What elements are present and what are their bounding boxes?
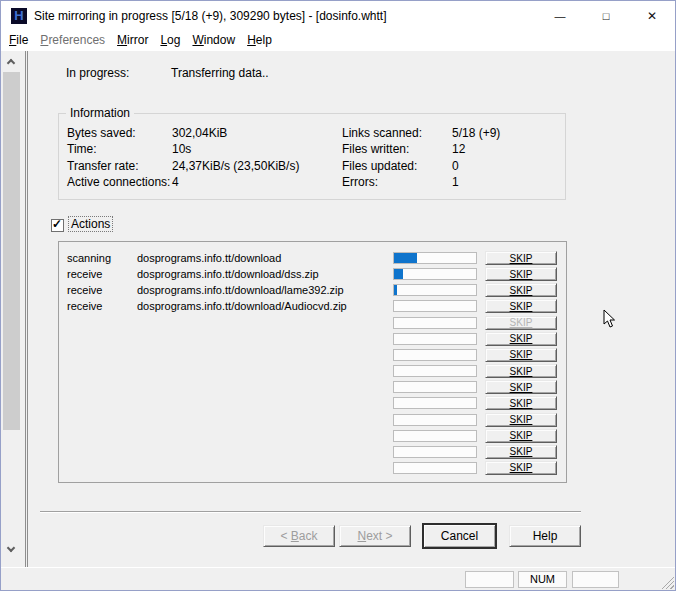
action-progress-bar — [393, 414, 477, 426]
view-border-line — [25, 51, 26, 568]
info-value: 4 — [172, 175, 179, 189]
action-progress-bar — [393, 397, 477, 409]
skip-button[interactable]: SKIP — [485, 299, 557, 313]
action-row: receivedosprograms.info.tt/download/dss.… — [59, 267, 566, 282]
actions-checkbox-label[interactable]: Actions — [69, 217, 112, 231]
action-url: dosprograms.info.tt/download — [137, 252, 281, 264]
action-row: receivedosprograms.info.tt/download/lame… — [59, 283, 566, 298]
info-label: Bytes saved: — [67, 126, 136, 140]
action-progress-bar — [393, 446, 477, 458]
skip-button[interactable]: SKIP — [485, 348, 557, 362]
info-label: Time: — [67, 142, 97, 156]
next-button: Next > — [339, 525, 411, 547]
scrollbar-thumb[interactable] — [3, 72, 20, 430]
skip-button[interactable]: SKIP — [485, 445, 557, 459]
info-value: 1 — [452, 175, 459, 189]
chevron-down-icon — [7, 544, 15, 552]
status-bar: NUM — [1, 567, 675, 590]
action-row: SKIP — [59, 396, 566, 411]
skip-button[interactable]: SKIP — [485, 251, 557, 265]
window-title: Site mirroring in progress [5/18 (+9), 3… — [34, 9, 387, 23]
action-row: SKIP — [59, 429, 566, 444]
menu-file[interactable]: File — [3, 31, 34, 51]
app-window: H Site mirroring in progress [5/18 (+9),… — [0, 0, 676, 591]
back-button: < Back — [263, 525, 335, 547]
menu-log[interactable]: Log — [154, 31, 186, 51]
cancel-button[interactable]: Cancel — [423, 524, 496, 548]
scroll-down-button[interactable] — [3, 542, 20, 559]
information-legend: Information — [66, 106, 134, 120]
info-value: 12 — [452, 142, 465, 156]
action-row: SKIP — [59, 332, 566, 347]
action-row: SKIP — [59, 445, 566, 460]
action-row: scanningdosprograms.info.tt/downloadSKIP — [59, 251, 566, 266]
skip-button[interactable]: SKIP — [485, 461, 557, 475]
action-progress-bar — [393, 381, 477, 393]
action-progress-bar — [393, 300, 477, 312]
close-button[interactable]: ✕ — [629, 1, 675, 31]
minimize-button[interactable]: — — [537, 1, 583, 31]
info-value: 0 — [452, 159, 459, 173]
info-label: Transfer rate: — [67, 159, 139, 173]
info-line: Active connections:4Errors:1 — [59, 175, 565, 191]
vertical-scrollbar[interactable] — [3, 54, 20, 559]
info-value: 5/18 (+9) — [452, 126, 500, 140]
info-label: Files updated: — [342, 159, 417, 173]
skip-button[interactable]: SKIP — [485, 364, 557, 378]
resize-grip-icon[interactable] — [660, 575, 674, 589]
skip-button[interactable]: SKIP — [485, 429, 557, 443]
scroll-up-button[interactable] — [3, 54, 20, 71]
title-bar: H Site mirroring in progress [5/18 (+9),… — [1, 1, 675, 31]
action-status: receive — [67, 300, 102, 312]
action-status: receive — [67, 284, 102, 296]
info-line: Bytes saved:302,04KiBLinks scanned:5/18 … — [59, 126, 565, 142]
action-progress-bar — [393, 430, 477, 442]
status-pane — [465, 571, 514, 588]
action-row: SKIP — [59, 364, 566, 379]
skip-button: SKIP — [485, 316, 557, 330]
in-progress-value: Transferring data.. — [171, 66, 269, 80]
actions-panel: scanningdosprograms.info.tt/downloadSKIP… — [58, 241, 567, 483]
action-url: dosprograms.info.tt/download/dss.zip — [137, 268, 319, 280]
skip-button[interactable]: SKIP — [485, 332, 557, 346]
info-value: 302,04KiB — [172, 126, 227, 140]
menu-window[interactable]: Window — [186, 31, 241, 51]
info-line: Transfer rate:24,37KiB/s (23,50KiB/s)Fil… — [59, 159, 565, 175]
actions-checkbox[interactable]: ✓ — [51, 219, 64, 232]
client-area: In progress: Transferring data.. Informa… — [1, 51, 675, 568]
skip-button[interactable]: SKIP — [485, 413, 557, 427]
skip-button[interactable]: SKIP — [485, 267, 557, 281]
action-url: dosprograms.info.tt/download/Audiocvd.zi… — [137, 300, 347, 312]
action-url: dosprograms.info.tt/download/lame392.zip — [137, 284, 344, 296]
menu-mirror[interactable]: Mirror — [111, 31, 154, 51]
help-button[interactable]: Help — [509, 525, 581, 547]
status-pane-num: NUM — [518, 571, 567, 588]
check-icon: ✓ — [52, 217, 62, 231]
action-row: SKIP — [59, 316, 566, 331]
action-row: SKIP — [59, 380, 566, 395]
menu-help[interactable]: Help — [241, 31, 278, 51]
info-label: Files written: — [342, 142, 409, 156]
progress-fill — [394, 269, 403, 279]
information-groupbox: Information Bytes saved:302,04KiBLinks s… — [58, 113, 566, 200]
info-line: Time:10sFiles written:12 — [59, 142, 565, 158]
action-row: receivedosprograms.info.tt/download/Audi… — [59, 299, 566, 314]
action-progress-bar — [393, 252, 477, 264]
divider-line — [40, 511, 581, 513]
info-label: Errors: — [342, 175, 378, 189]
action-row: SKIP — [59, 461, 566, 476]
action-progress-bar — [393, 268, 477, 280]
skip-button[interactable]: SKIP — [485, 396, 557, 410]
skip-button[interactable]: SKIP — [485, 283, 557, 297]
maximize-button[interactable]: □ — [583, 1, 629, 31]
in-progress-label: In progress: — [66, 66, 129, 80]
info-label: Links scanned: — [342, 126, 422, 140]
menu-bar: FilePreferencesMirrorLogWindowHelp — [1, 31, 675, 51]
action-row: SKIP — [59, 413, 566, 428]
view-border-line — [27, 51, 28, 568]
info-label: Active connections: — [67, 175, 170, 189]
action-status: scanning — [67, 252, 111, 264]
status-pane — [572, 571, 619, 588]
skip-button[interactable]: SKIP — [485, 380, 557, 394]
menu-preferences: Preferences — [34, 31, 111, 51]
